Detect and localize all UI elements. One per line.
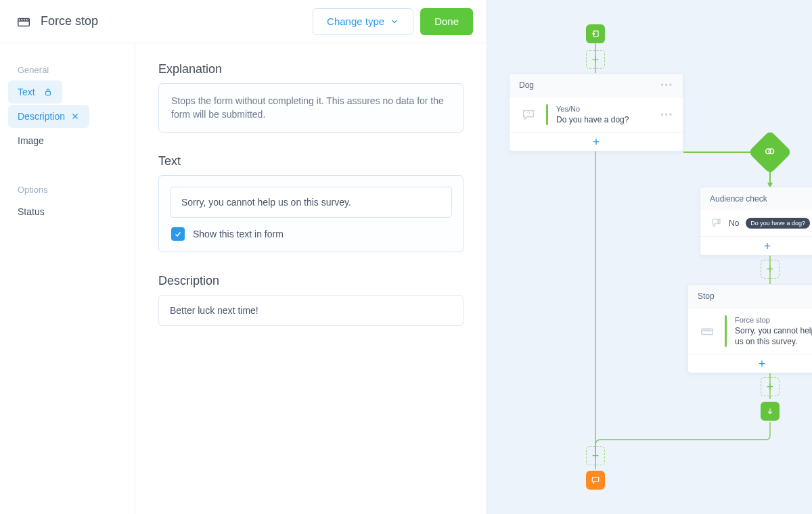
flow-add-slot[interactable]: +: [586, 50, 605, 69]
editor-content: Explanation Stops the form without compl…: [135, 43, 487, 514]
text-card: Sorry, you cannot help us on this survey…: [158, 175, 464, 252]
done-button[interactable]: Done: [420, 8, 473, 35]
editor-body: General Text Description Image Options S…: [0, 43, 487, 514]
explanation-text: Stops the form without completing it. Th…: [171, 95, 451, 121]
flow-node-add[interactable]: +: [510, 132, 683, 151]
flow-node-type: Force stop: [735, 315, 812, 325]
sidebar-item-description[interactable]: Description: [8, 105, 89, 128]
sidebar-item-label: Image: [18, 135, 44, 146]
force-stop-icon: [16, 14, 31, 29]
editor-header: Force stop Change type Done: [0, 0, 487, 43]
svg-rect-20: [702, 329, 713, 334]
flow-node-title: Audience check: [710, 194, 767, 204]
flow-node-text: Force stop Sorry, you cannot help us on …: [735, 315, 812, 347]
flow-add-slot[interactable]: +: [761, 377, 780, 396]
description-input[interactable]: Better luck next time!: [158, 295, 464, 326]
lock-icon: [43, 87, 53, 97]
flow-end-node[interactable]: [586, 471, 605, 490]
flow-node-add[interactable]: +: [688, 354, 812, 373]
more-icon[interactable]: •••: [660, 80, 673, 90]
show-in-form-row[interactable]: Show this text in form: [170, 227, 452, 241]
explanation-card: Stops the form without completing it. Th…: [158, 83, 464, 133]
editor-sidebar: General Text Description Image Options S…: [0, 43, 135, 514]
checkbox-checked-icon[interactable]: [171, 227, 185, 241]
plus-icon: +: [593, 136, 600, 148]
sidebar-item-image[interactable]: Image: [8, 129, 127, 152]
flow-node-text: Yes/No Do you have a dog?: [556, 104, 652, 125]
flow-node-stop[interactable]: Stop Force stop Sorry, you cannot help u…: [687, 284, 812, 373]
sidebar-item-text[interactable]: Text: [8, 80, 62, 103]
flow-node-head: Stop: [688, 285, 812, 308]
barrier-icon: [698, 324, 717, 339]
svg-point-19: [769, 149, 775, 154]
plus-icon: +: [767, 263, 774, 275]
flow-node-question: Do you have a dog?: [556, 114, 652, 125]
flow-node-body[interactable]: ? Yes/No Do you have a dog? •••: [510, 97, 683, 132]
flow-node-head: Audience check: [700, 187, 812, 210]
chevron-down-icon: [390, 17, 399, 26]
accent-line: [546, 104, 548, 125]
plus-icon: +: [592, 450, 600, 462]
flow-condition-row[interactable]: No Do you have a dog?: [700, 210, 812, 236]
change-type-label: Change type: [327, 16, 384, 27]
flow-node-head: Dog •••: [510, 74, 683, 97]
description-label: Description: [158, 274, 464, 288]
sidebar-item-label: Status: [18, 206, 45, 217]
arrow-down-icon: [765, 406, 775, 416]
speech-bubble-icon: ?: [519, 108, 538, 122]
explanation-label: Explanation: [158, 62, 464, 76]
flow-start-node[interactable]: [586, 24, 605, 43]
flow-node-body[interactable]: Force stop Sorry, you cannot help us on …: [688, 308, 812, 354]
page-title: Force stop: [41, 14, 313, 28]
flow-canvas[interactable]: + Dog ••• ? Yes/No Do you have a dog? ••…: [487, 0, 812, 514]
plus-icon: +: [767, 381, 774, 393]
condition-no-label: No: [729, 218, 739, 228]
close-icon[interactable]: [70, 112, 80, 121]
plus-icon: +: [764, 240, 771, 252]
condition-pill: Do you have a dog?: [746, 218, 810, 229]
app-root: Force stop Change type Done General Text…: [0, 0, 812, 514]
sidebar-group-options: Options: [8, 179, 127, 200]
done-label: Done: [434, 16, 459, 27]
svg-rect-6: [46, 91, 51, 95]
branch-icon: [764, 145, 776, 160]
sidebar-item-label: Description: [18, 111, 65, 122]
text-label: Text: [158, 154, 464, 168]
sidebar-item-label: Text: [18, 87, 35, 97]
text-input[interactable]: Sorry, you cannot help us on this survey…: [170, 187, 452, 218]
plus-icon: +: [759, 358, 766, 370]
flow-continue-node[interactable]: [761, 402, 780, 421]
flow-node-title: Stop: [698, 291, 715, 301]
sidebar-group-general: General: [8, 60, 127, 80]
accent-line: [725, 315, 727, 347]
speech-bubble-icon: [591, 475, 600, 485]
flow-node-question: Sorry, you cannot help us on this survey…: [735, 325, 812, 347]
flow-add-slot[interactable]: +: [586, 446, 605, 465]
flow-node-title: Dog: [519, 80, 534, 90]
show-in-form-label: Show this text in form: [193, 229, 284, 239]
change-type-button[interactable]: Change type: [313, 8, 413, 35]
svg-text:?: ?: [527, 110, 531, 116]
plus-icon: +: [592, 53, 600, 66]
flow-node-audience[interactable]: Audience check No Do you have a dog? +: [700, 187, 812, 256]
flow-node-type: Yes/No: [556, 104, 652, 114]
more-icon[interactable]: •••: [660, 110, 673, 120]
editor-pane: Force stop Change type Done General Text…: [0, 0, 487, 514]
flow-add-slot[interactable]: +: [761, 260, 780, 279]
flow-node-dog[interactable]: Dog ••• ? Yes/No Do you have a dog? ••• …: [509, 73, 683, 151]
sidebar-item-status[interactable]: Status: [8, 200, 127, 223]
thumbs-down-icon: [710, 217, 722, 229]
flow-node-add[interactable]: +: [700, 236, 812, 255]
